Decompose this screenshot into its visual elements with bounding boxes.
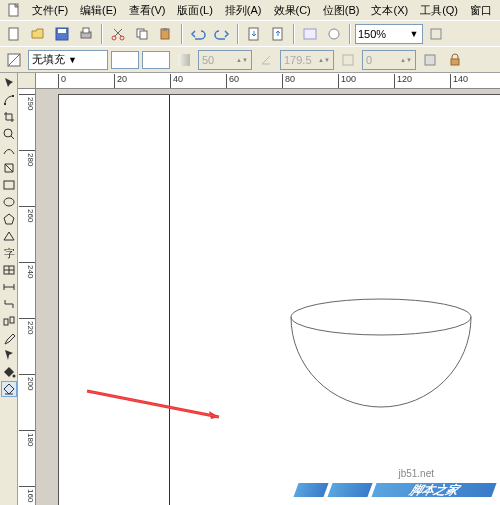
- zoom-input[interactable]: [358, 28, 408, 40]
- polygon-tool[interactable]: [1, 211, 17, 227]
- text-tool[interactable]: 字: [1, 245, 17, 261]
- eyedropper-tool[interactable]: [1, 330, 17, 346]
- dimension-tool[interactable]: [1, 279, 17, 295]
- ellipse-tool[interactable]: [1, 194, 17, 210]
- vertical-ruler[interactable]: 290280260240220200180160140: [18, 89, 36, 505]
- separator: [349, 24, 351, 44]
- workspace: 字 020406080100120140160 2902802602402202…: [0, 72, 500, 505]
- watermark: 脚本之家 jb51.net: [296, 483, 494, 497]
- undo-button[interactable]: [187, 23, 209, 45]
- svg-rect-20: [343, 55, 353, 65]
- welcome-button[interactable]: [323, 23, 345, 45]
- svg-line-39: [87, 391, 219, 417]
- svg-rect-3: [58, 29, 66, 33]
- shape-tool[interactable]: [1, 92, 17, 108]
- canvas-viewport[interactable]: [36, 89, 500, 505]
- table-tool[interactable]: [1, 262, 17, 278]
- ruler-origin[interactable]: [18, 73, 36, 89]
- new-button[interactable]: [3, 23, 25, 45]
- svg-rect-36: [4, 319, 8, 325]
- separator: [293, 24, 295, 44]
- pick-tool[interactable]: [1, 75, 17, 91]
- svg-rect-37: [10, 317, 14, 323]
- svg-line-26: [11, 136, 14, 139]
- app-launcher-button[interactable]: [299, 23, 321, 45]
- toolbox: 字: [0, 73, 18, 505]
- open-button[interactable]: [27, 23, 49, 45]
- watermark-text: 脚本之家: [407, 482, 461, 499]
- color-swatch-from[interactable]: [111, 51, 139, 69]
- fill-label: 无填充: [32, 52, 68, 67]
- zoom-combo[interactable]: ▼: [355, 24, 423, 44]
- interactive-fill-tool[interactable]: [1, 381, 17, 397]
- menu-window[interactable]: 窗口: [464, 1, 498, 20]
- property-bar: 无填充 ▼ 50▲▼ 179.5▲▼ 0▲▼: [0, 46, 500, 72]
- zoom-tool[interactable]: [1, 126, 17, 142]
- menu-bar: 文件(F) 编辑(E) 查看(V) 版面(L) 排列(A) 效果(C) 位图(B…: [0, 0, 500, 20]
- connector-tool[interactable]: [1, 296, 17, 312]
- menu-edit[interactable]: 编辑(E): [74, 1, 123, 20]
- svg-text:字: 字: [4, 247, 15, 259]
- smart-fill-tool[interactable]: [1, 160, 17, 176]
- blend-tool[interactable]: [1, 313, 17, 329]
- menu-text[interactable]: 文本(X): [365, 1, 414, 20]
- basic-shapes-tool[interactable]: [1, 228, 17, 244]
- edge-input: 0▲▼: [362, 50, 416, 70]
- standard-toolbar: ▼: [0, 20, 500, 46]
- snap-button[interactable]: [425, 23, 447, 45]
- chevron-down-icon[interactable]: ▼: [68, 55, 104, 65]
- cut-button[interactable]: [107, 23, 129, 45]
- midpoint-input: 50▲▼: [198, 50, 252, 70]
- page[interactable]: [58, 94, 500, 505]
- horizontal-ruler[interactable]: 020406080100120140160: [36, 73, 500, 89]
- svg-rect-22: [451, 59, 459, 65]
- bowl-body-arc[interactable]: [291, 317, 471, 407]
- fill-combo[interactable]: 无填充 ▼: [28, 50, 108, 70]
- menu-arrange[interactable]: 排列(A): [219, 1, 268, 20]
- svg-rect-23: [4, 103, 6, 105]
- copy-button[interactable]: [131, 23, 153, 45]
- svg-rect-27: [4, 181, 14, 189]
- freehand-tool[interactable]: [1, 143, 17, 159]
- separator: [101, 24, 103, 44]
- svg-rect-9: [140, 31, 147, 39]
- edge-icon: [337, 49, 359, 71]
- svg-point-28: [4, 198, 14, 206]
- import-button[interactable]: [243, 23, 265, 45]
- crop-tool[interactable]: [1, 109, 17, 125]
- menu-view[interactable]: 查看(V): [123, 1, 172, 20]
- bowl-rim-ellipse[interactable]: [291, 299, 471, 335]
- copy-props-button[interactable]: [419, 49, 441, 71]
- lock-button[interactable]: [444, 49, 466, 71]
- menu-file[interactable]: 文件(F): [26, 1, 74, 20]
- print-button[interactable]: [75, 23, 97, 45]
- ruler-area: 020406080100120140160 290280260240220200…: [18, 73, 500, 505]
- svg-rect-11: [163, 28, 167, 31]
- menu-bitmap[interactable]: 位图(B): [317, 1, 366, 20]
- chevron-down-icon[interactable]: ▼: [408, 29, 420, 39]
- svg-rect-19: [178, 54, 190, 66]
- fountain-type-button[interactable]: [173, 49, 195, 71]
- save-button[interactable]: [51, 23, 73, 45]
- angle-input: 179.5▲▼: [280, 50, 334, 70]
- svg-rect-24: [12, 95, 14, 97]
- color-swatch-to[interactable]: [142, 51, 170, 69]
- svg-rect-21: [425, 55, 435, 65]
- menu-effects[interactable]: 效果(C): [268, 1, 317, 20]
- drawing-canvas: [59, 95, 500, 505]
- rectangle-tool[interactable]: [1, 177, 17, 193]
- outline-tool[interactable]: [1, 347, 17, 363]
- svg-point-15: [329, 29, 339, 39]
- fill-tool[interactable]: [1, 364, 17, 380]
- svg-rect-16: [431, 29, 441, 39]
- watermark-site: jb51.net: [398, 468, 434, 479]
- app-icon: [6, 2, 22, 18]
- redo-button[interactable]: [211, 23, 233, 45]
- separator: [237, 24, 239, 44]
- svg-rect-1: [9, 28, 18, 40]
- menu-tools[interactable]: 工具(Q): [414, 1, 464, 20]
- paste-button[interactable]: [155, 23, 177, 45]
- menu-layout[interactable]: 版面(L): [171, 1, 218, 20]
- export-button[interactable]: [267, 23, 289, 45]
- fill-type-button[interactable]: [3, 49, 25, 71]
